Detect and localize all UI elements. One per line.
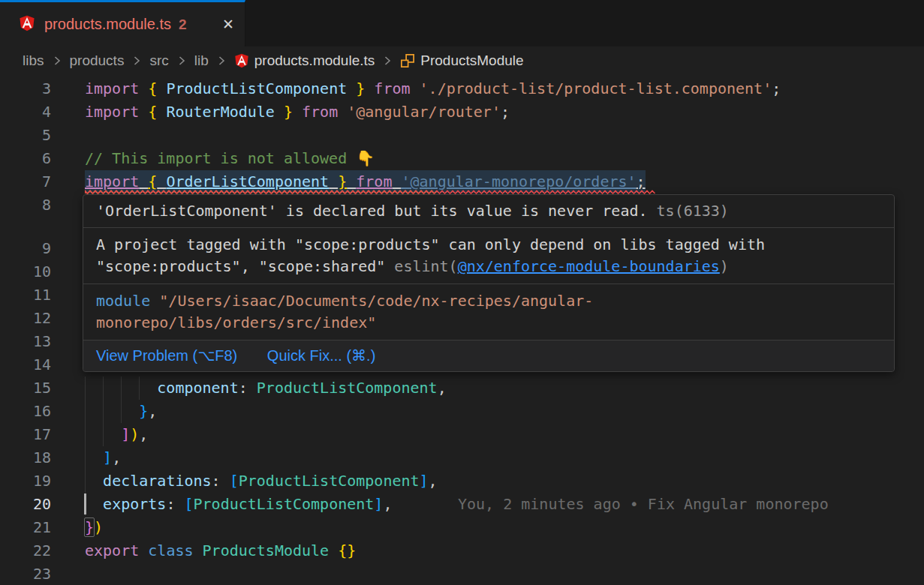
line-content: exports: [ProductListComponent], xyxy=(85,493,392,516)
quick-fix-button[interactable]: Quick Fix... (⌘.) xyxy=(267,347,375,364)
popup-eslint-message-row: A project tagged with "scope:products" c… xyxy=(83,228,894,284)
token xyxy=(365,80,374,98)
token xyxy=(248,379,257,397)
view-problem-button[interactable]: View Problem (⌥F8) xyxy=(96,347,237,364)
line-number[interactable]: 4 xyxy=(0,100,51,124)
line-number[interactable]: 3 xyxy=(0,77,51,100)
token: import xyxy=(85,172,139,190)
git-blame-annotation: You, 2 minutes ago • Fix Angular monorep… xyxy=(458,493,829,516)
token: from xyxy=(374,80,410,98)
code-line-15[interactable]: 15 component: ProductListComponent, xyxy=(0,376,924,400)
line-number[interactable]: 8 xyxy=(0,194,51,217)
token xyxy=(85,472,103,490)
token: ProductsModule xyxy=(203,542,330,560)
line-content: component: ProductListComponent, xyxy=(85,376,447,400)
breadcrumb-label: products xyxy=(70,52,125,69)
line-number[interactable]: 14 xyxy=(0,353,51,376)
eslint-rule-link[interactable]: @nx/enforce-module-boundaries xyxy=(458,257,720,275)
token xyxy=(139,103,148,121)
breadcrumb-item-libs[interactable]: libs xyxy=(23,52,44,69)
token xyxy=(194,542,203,560)
token: , xyxy=(139,425,148,443)
token: declarations xyxy=(103,472,212,490)
line-number[interactable]: 15 xyxy=(0,376,51,400)
code-line-3[interactable]: 3import { ProductListComponent } from '.… xyxy=(0,77,924,100)
breadcrumb-item-productsmodule[interactable]: ProductsModule xyxy=(400,52,523,69)
token: ProductListComponent xyxy=(257,379,438,397)
breadcrumb: libsproductssrclibproducts.module.tsProd… xyxy=(0,46,924,75)
line-number[interactable]: 19 xyxy=(0,470,51,493)
token xyxy=(175,495,184,513)
line-number[interactable]: 6 xyxy=(0,147,51,170)
breadcrumb-item-products[interactable]: products xyxy=(70,52,125,69)
breadcrumb-item-src[interactable]: src xyxy=(149,52,168,69)
module-path-line2: monorepo/libs/orders/src/index" xyxy=(96,314,376,332)
line-number[interactable]: 20 xyxy=(0,493,51,516)
line-number[interactable]: 18 xyxy=(0,446,51,470)
code-line-16[interactable]: 16 }, xyxy=(0,400,924,423)
code-line-4[interactable]: 4import { RouterModule } from '@angular/… xyxy=(0,100,924,124)
code-line-23[interactable]: 23 xyxy=(0,562,924,585)
popup-status-bar: View Problem (⌥F8) Quick Fix... (⌘.) xyxy=(83,340,894,371)
line-content: ], xyxy=(85,446,121,470)
token: import xyxy=(85,80,139,98)
close-icon[interactable]: ✕ xyxy=(222,17,234,32)
code-line-19[interactable]: 19 declarations: [ProductListComponent], xyxy=(0,470,924,493)
tab-products-module[interactable]: products.module.ts 2 ✕ xyxy=(0,0,245,46)
code-line-21[interactable]: 21}) xyxy=(0,516,924,539)
breadcrumb-item-lib[interactable]: lib xyxy=(194,52,209,69)
text-cursor xyxy=(84,494,86,514)
token xyxy=(329,172,338,190)
token: export xyxy=(85,542,139,560)
code-line-7[interactable]: 7import { OrderListComponent } from '@an… xyxy=(0,170,924,194)
code-line-17[interactable]: 17 ]), xyxy=(0,423,924,446)
chevron-right-icon xyxy=(131,55,143,67)
line-number[interactable]: 23 xyxy=(0,562,51,585)
indent-guide xyxy=(121,400,122,423)
code-line-22[interactable]: 22export class ProductsModule {} xyxy=(0,539,924,562)
class-icon xyxy=(400,53,415,68)
indent-guide xyxy=(121,376,122,400)
breadcrumb-label: libs xyxy=(23,52,44,69)
eslint-source-suffix: ) xyxy=(720,257,729,275)
line-number[interactable]: 11 xyxy=(0,284,51,307)
line-number[interactable]: 17 xyxy=(0,423,51,446)
line-number[interactable]: 13 xyxy=(0,330,51,353)
token: ] xyxy=(420,472,429,490)
indent-guide xyxy=(85,376,86,400)
token: , xyxy=(148,402,157,420)
code-line-5[interactable]: 5 xyxy=(0,124,924,147)
token: { xyxy=(148,103,157,121)
eslint-source-prefix: eslint( xyxy=(394,257,457,275)
module-path-line1: "/Users/isaac/Documents/code/nx-recipes/… xyxy=(159,292,593,310)
token xyxy=(275,103,284,121)
token: from xyxy=(302,103,338,121)
line-number[interactable]: 12 xyxy=(0,307,51,330)
error-hover-popup: 'OrderListComponent' is declared but its… xyxy=(83,194,895,372)
code-line-18[interactable]: 18 ], xyxy=(0,446,924,470)
token: '@angular/router' xyxy=(347,103,501,121)
line-content: }) xyxy=(85,516,103,539)
line-content: }, xyxy=(85,400,157,423)
token xyxy=(85,402,139,420)
line-number[interactable]: 5 xyxy=(0,124,51,147)
module-specifier-link[interactable]: '@angular-monorepo/orders' xyxy=(402,172,637,190)
line-content: import { ProductListComponent } from './… xyxy=(85,77,781,100)
line-number[interactable]: 10 xyxy=(0,260,51,284)
token xyxy=(85,495,103,513)
token: } xyxy=(139,402,148,420)
line-number[interactable]: 7 xyxy=(0,170,51,194)
token: , xyxy=(438,379,447,397)
breadcrumb-item-products-module-ts[interactable]: products.module.ts xyxy=(234,52,375,69)
line-number[interactable]: 22 xyxy=(0,539,51,562)
token: , xyxy=(429,472,438,490)
line-number[interactable]: 9 xyxy=(0,237,51,260)
line-number[interactable]: 21 xyxy=(0,516,51,539)
code-line-20[interactable]: 20 exports: [ProductListComponent],You, … xyxy=(0,493,924,516)
code-line-6[interactable]: 6// This import is not allowed 👇 xyxy=(0,147,924,170)
line-number[interactable]: 16 xyxy=(0,400,51,423)
token: ProductListComponent xyxy=(166,80,347,98)
token xyxy=(329,542,338,560)
token: ; xyxy=(772,80,781,98)
token: {} xyxy=(338,542,356,560)
